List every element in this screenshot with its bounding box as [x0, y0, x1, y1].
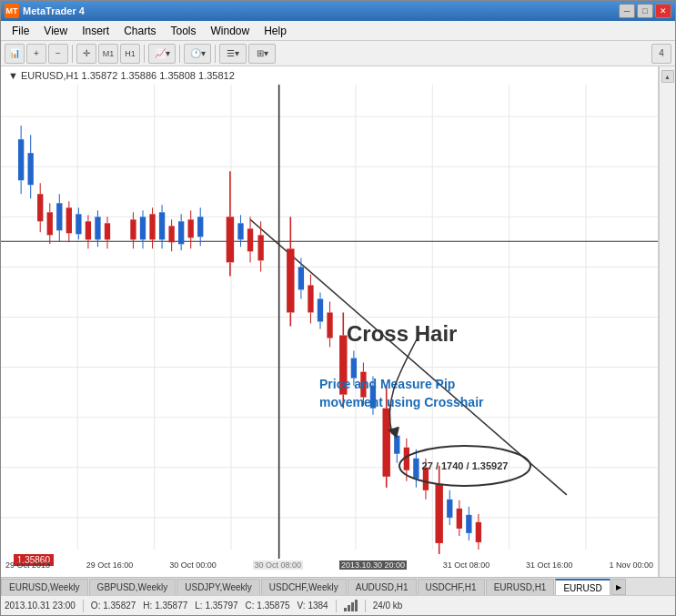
svg-rect-32: [56, 203, 62, 230]
status-vol-label: V:: [298, 601, 306, 611]
bar-3: [351, 602, 354, 611]
bar-4: [355, 600, 358, 611]
close-button[interactable]: ✕: [655, 4, 671, 18]
status-close-val: 1.35875: [257, 601, 289, 611]
x-label-7: 1 Nov 00:00: [609, 560, 653, 570]
right-icon-1[interactable]: ▲: [661, 70, 674, 83]
svg-rect-95: [318, 298, 323, 321]
tab-scroll-right[interactable]: ▶: [611, 579, 626, 595]
toolbar-period-h1[interactable]: H1: [120, 44, 140, 64]
status-close-label: C:: [246, 601, 255, 611]
tab-usdjpy-weekly[interactable]: USDJPY,Weekly: [177, 579, 260, 595]
maximize-button[interactable]: □: [637, 4, 653, 18]
status-close: C: 1.35875: [246, 601, 290, 611]
bar-1: [344, 608, 347, 611]
toolbar-zoom-out[interactable]: −: [48, 44, 68, 64]
svg-rect-65: [178, 221, 184, 244]
svg-rect-131: [447, 500, 452, 518]
bar-2: [348, 605, 350, 611]
svg-rect-20: [18, 139, 24, 180]
chart-header: ▼ EURUSD,H1 1.35872 1.35886 1.35808 1.35…: [8, 70, 235, 81]
svg-rect-53: [140, 217, 146, 239]
toolbar-zoom-in[interactable]: +: [26, 44, 46, 64]
svg-rect-62: [168, 226, 174, 242]
x-label-crosshair: 2013.10.30 20:00: [339, 560, 407, 570]
svg-rect-80: [247, 228, 253, 251]
x-label-6: 31 Oct 16:00: [526, 560, 573, 570]
svg-rect-140: [476, 522, 481, 542]
svg-rect-68: [188, 219, 194, 237]
toolbar-new-chart[interactable]: 📊: [5, 44, 25, 64]
status-bar: 2013.10.31 23:00 O: 1.35827 H: 1.35877 L…: [1, 595, 675, 615]
svg-text:27 / 1740 / 1.35927: 27 / 1740 / 1.35927: [422, 460, 509, 471]
svg-rect-29: [47, 212, 53, 235]
app-icon: MT: [5, 4, 19, 18]
status-sep-3: [365, 600, 366, 612]
status-sep-2: [336, 600, 337, 612]
tab-eurusd-h1[interactable]: EURUSD,H1: [486, 579, 555, 595]
status-vol-val: 1384: [308, 601, 328, 611]
toolbar-clock[interactable]: 🕐▾: [184, 44, 211, 64]
menu-bar: File View Insert Charts Tools Window Hel…: [1, 21, 675, 41]
svg-rect-50: [130, 219, 136, 239]
svg-rect-44: [95, 217, 100, 239]
svg-rect-74: [227, 217, 234, 262]
window-title: MetaTrader 4: [23, 5, 85, 16]
chart-canvas[interactable]: ▼ EURUSD,H1 1.35872 1.35886 1.35808 1.35…: [1, 66, 659, 577]
status-misc: 24/0 kb: [373, 601, 403, 611]
menu-window[interactable]: Window: [204, 23, 257, 39]
title-bar-buttons: ─ □ ✕: [619, 4, 671, 18]
status-high-val: 1.35877: [155, 601, 187, 611]
svg-rect-83: [257, 235, 263, 260]
tab-bar: EURUSD,Weekly GBPUSD,Weekly USDJPY,Weekl…: [1, 577, 675, 595]
svg-rect-89: [298, 267, 304, 289]
x-label-5: 31 Oct 08:00: [443, 560, 490, 570]
toolbar-indicators[interactable]: ⊞▾: [248, 44, 276, 64]
svg-rect-26: [37, 194, 43, 221]
status-open-val: 1.35827: [103, 601, 136, 611]
status-sep-1: [83, 600, 84, 612]
tab-eurusd-active[interactable]: EURUSD: [555, 579, 610, 595]
menu-tools[interactable]: Tools: [164, 23, 204, 39]
menu-charts[interactable]: Charts: [116, 23, 163, 39]
status-low-val: 1.35797: [205, 601, 237, 611]
menu-file[interactable]: File: [5, 23, 36, 39]
status-high: H: 1.35877: [143, 601, 187, 611]
svg-rect-134: [457, 509, 462, 529]
x-label-4: 30 Oct 08:00: [253, 560, 304, 570]
status-low: L: 1.35797: [195, 601, 237, 611]
minimize-button[interactable]: ─: [619, 4, 635, 18]
status-low-label: L:: [195, 601, 202, 611]
svg-rect-41: [86, 221, 91, 239]
toolbar-chart-type[interactable]: 📈▾: [148, 44, 176, 64]
tab-audusd-h1[interactable]: AUDUSD,H1: [348, 579, 417, 595]
chart-svg: [1, 66, 658, 577]
oval-annotation: 27 / 1740 / 1.35927: [392, 434, 538, 490]
toolbar-period-m1[interactable]: M1: [98, 44, 118, 64]
menu-view[interactable]: View: [36, 23, 75, 39]
toolbar-expert-advisor[interactable]: 4: [651, 44, 671, 64]
title-bar-left: MT MetaTrader 4: [5, 4, 85, 18]
svg-rect-128: [435, 484, 442, 543]
svg-rect-56: [149, 214, 155, 239]
menu-help[interactable]: Help: [257, 23, 294, 39]
svg-rect-86: [287, 248, 294, 312]
arrow-svg: [365, 325, 438, 443]
toolbar-crosshair[interactable]: ✛: [76, 44, 96, 64]
menu-insert[interactable]: Insert: [75, 23, 116, 39]
tab-eurusd-weekly[interactable]: EURUSD,Weekly: [1, 579, 88, 595]
toolbar-sep-4: [215, 45, 216, 63]
x-axis-labels: 29 Oct 2013 29 Oct 16:00 30 Oct 00:00 30…: [1, 560, 658, 570]
main-window: MT MetaTrader 4 ─ □ ✕ File View Insert C…: [0, 0, 676, 616]
status-open-label: O:: [91, 601, 101, 611]
svg-rect-35: [66, 207, 72, 233]
x-label-1: 29 Oct 2013: [5, 560, 50, 570]
tab-usdchf-h1[interactable]: USDCHF,H1: [418, 579, 485, 595]
tab-gbpusd-weekly[interactable]: GBPUSD,Weekly: [89, 579, 177, 595]
toolbar-template[interactable]: ☰▾: [219, 44, 247, 64]
x-label-3: 30 Oct 00:00: [169, 560, 217, 570]
chart-main: ▼ EURUSD,H1 1.35872 1.35886 1.35808 1.35…: [1, 66, 659, 577]
tab-usdchf-weekly[interactable]: USDCHF,Weekly: [261, 579, 347, 595]
status-signal-icon: [344, 600, 358, 611]
svg-rect-23: [28, 153, 34, 185]
